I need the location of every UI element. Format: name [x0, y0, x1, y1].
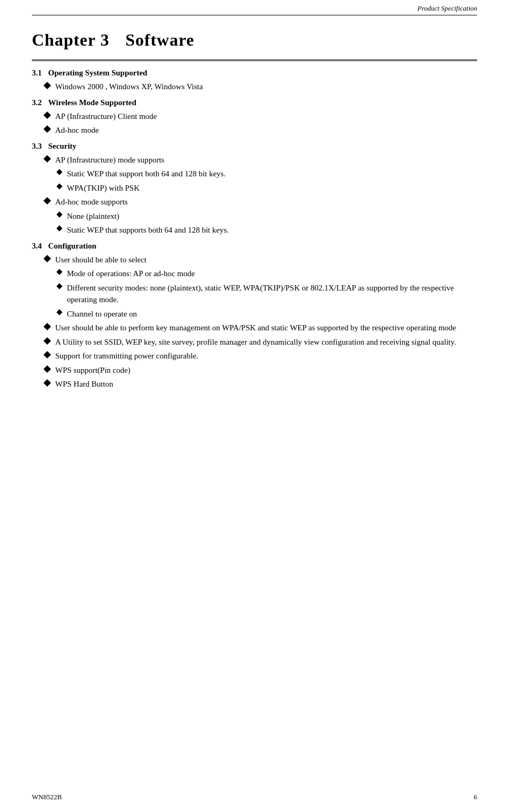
- list-item: Windows 2000 , Windows XP, Windows Vista: [32, 81, 477, 93]
- content-body: 3.1Operating System SupportedWindows 200…: [32, 69, 477, 390]
- footer-page: 6: [474, 793, 478, 801]
- bullet-diamond-icon: [44, 351, 51, 358]
- list-item: Ad-hoc mode supports: [32, 196, 477, 208]
- section-heading-3-1: 3.1Operating System Supported: [32, 69, 477, 78]
- section-number: 3.3: [32, 142, 42, 150]
- bullet-diamond-icon: [44, 197, 51, 204]
- list-item: AP (Infrastructure) Client mode: [32, 110, 477, 123]
- list-item-text: AP (Infrastructure) Client mode: [55, 110, 477, 123]
- list-item: WPS support(Pin code): [32, 364, 477, 377]
- list-item: AP (Infrastructure) mode supports: [32, 154, 477, 166]
- sub-list-item-text: None (plaintext): [67, 210, 477, 223]
- list-item-text: WPS Hard Button: [55, 378, 477, 390]
- chapter-name: Software: [125, 30, 194, 49]
- list-item: User should be able to select: [32, 254, 477, 266]
- list-item: WPS Hard Button: [32, 378, 477, 390]
- bullet-list-3-3: AP (Infrastructure) mode supportsStatic …: [32, 154, 477, 236]
- bullet-diamond-icon: [44, 125, 51, 133]
- section-title: Operating System Supported: [48, 69, 148, 77]
- header-title: Product Specification: [417, 4, 477, 13]
- chapter-label: Chapter 3: [32, 30, 109, 49]
- bullet-diamond-icon: [56, 309, 62, 315]
- bullet-diamond-icon: [44, 323, 51, 330]
- sub-list-item-text: Channel to operate on: [67, 308, 477, 320]
- list-item: Different security modes: none (plaintex…: [32, 282, 477, 306]
- bullet-diamond-icon: [56, 169, 62, 175]
- bullet-diamond-icon: [44, 111, 51, 118]
- list-item-text: A Utility to set SSID, WEP key, site sur…: [55, 336, 477, 348]
- sub-bullet-list: Static WEP that support both 64 and 128 …: [32, 168, 477, 194]
- list-item: Mode of operations: AP or ad-hoc mode: [32, 268, 477, 280]
- bullet-list-3-4: User should be able to selectMode of ope…: [32, 254, 477, 390]
- section-divider: [32, 59, 477, 61]
- section-number: 3.4: [32, 242, 42, 250]
- list-item-text: User should be able to select: [55, 254, 477, 266]
- list-item-text: WPS support(Pin code): [55, 364, 477, 377]
- chapter-title: Chapter 3Software: [32, 30, 477, 50]
- bullet-diamond-icon: [56, 183, 62, 189]
- bullet-list-3-1: Windows 2000 , Windows XP, Windows Vista: [32, 81, 477, 93]
- sub-list-item-text: Different security modes: none (plaintex…: [67, 282, 477, 306]
- section-number: 3.2: [32, 98, 42, 107]
- list-item: None (plaintext): [32, 210, 477, 223]
- bullet-diamond-icon: [44, 82, 51, 89]
- list-item: Static WEP that support both 64 and 128 …: [32, 168, 477, 180]
- section-title: Security: [48, 142, 76, 150]
- bullet-diamond-icon: [56, 211, 62, 217]
- sub-list-item-text: Static WEP that supports both 64 and 128…: [67, 224, 477, 236]
- bullet-diamond-icon: [56, 225, 62, 231]
- list-item: Channel to operate on: [32, 308, 477, 320]
- page-container: Product Specification Chapter 3Software …: [0, 0, 509, 812]
- bullet-diamond-icon: [44, 365, 51, 372]
- list-item: Ad-hoc mode: [32, 124, 477, 136]
- bullet-diamond-icon: [44, 379, 51, 387]
- bullet-diamond-icon: [44, 155, 51, 162]
- list-item-text: User should be able to perform key manag…: [55, 322, 477, 334]
- footer-model: WN8522B: [32, 793, 62, 801]
- list-item-text: Ad-hoc mode supports: [55, 196, 477, 208]
- list-item: Static WEP that supports both 64 and 128…: [32, 224, 477, 236]
- sub-list-item-text: Mode of operations: AP or ad-hoc mode: [67, 268, 477, 280]
- sub-bullet-list: None (plaintext)Static WEP that supports…: [32, 210, 477, 236]
- list-item-text: Support for transmitting power configura…: [55, 350, 477, 362]
- section-heading-3-4: 3.4Configuration: [32, 242, 477, 251]
- section-heading-3-3: 3.3Security: [32, 142, 477, 151]
- bullet-diamond-icon: [56, 283, 62, 289]
- list-item: WPA(TKIP) with PSK: [32, 182, 477, 194]
- page-footer: WN8522B 6: [32, 793, 477, 801]
- page-header: Product Specification: [32, 0, 477, 15]
- section-heading-3-2: 3.2Wireless Mode Supported: [32, 98, 477, 107]
- sub-bullet-list: Mode of operations: AP or ad-hoc modeDif…: [32, 268, 477, 320]
- bullet-diamond-icon: [44, 337, 51, 344]
- bullet-diamond-icon: [44, 254, 51, 262]
- section-title: Configuration: [48, 242, 97, 250]
- sub-list-item-text: WPA(TKIP) with PSK: [67, 182, 477, 194]
- list-item: User should be able to perform key manag…: [32, 322, 477, 334]
- list-item-text: Windows 2000 , Windows XP, Windows Vista: [55, 81, 477, 93]
- list-item-text: AP (Infrastructure) mode supports: [55, 154, 477, 166]
- section-title: Wireless Mode Supported: [48, 98, 136, 107]
- sub-list-item-text: Static WEP that support both 64 and 128 …: [67, 168, 477, 180]
- bullet-diamond-icon: [56, 269, 62, 275]
- list-item: A Utility to set SSID, WEP key, site sur…: [32, 336, 477, 348]
- list-item-text: Ad-hoc mode: [55, 124, 477, 136]
- list-item: Support for transmitting power configura…: [32, 350, 477, 362]
- bullet-list-3-2: AP (Infrastructure) Client modeAd-hoc mo…: [32, 110, 477, 136]
- section-number: 3.1: [32, 69, 42, 77]
